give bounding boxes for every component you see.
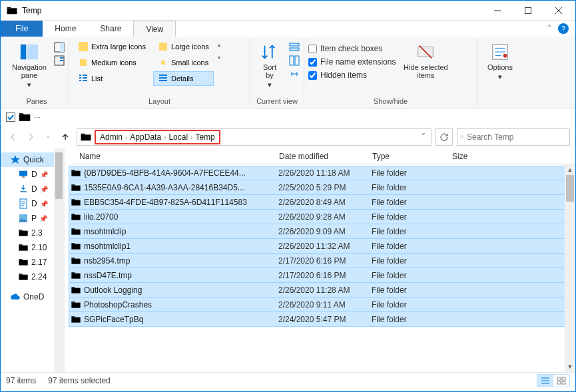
- column-header-name[interactable]: Name: [79, 152, 279, 161]
- file-list: Name Date modified Type Size {0B7D9DE5-4…: [65, 148, 575, 372]
- column-headers: Name Date modified Type Size: [65, 148, 575, 164]
- view-toggle: [537, 374, 570, 387]
- close-button[interactable]: [543, 1, 574, 21]
- svg-rect-11: [79, 42, 88, 51]
- table-row[interactable]: lilo.207002/26/2020 9:28 AMFile folder: [69, 210, 575, 224]
- folder-icon: [71, 314, 81, 325]
- scroll-down-icon[interactable]: ▼: [565, 361, 575, 372]
- layout-details[interactable]: Details: [153, 71, 214, 86]
- size-columns-icon[interactable]: [289, 69, 300, 79]
- sort-by-button[interactable]: Sort by ▾: [254, 39, 285, 89]
- layout-extra-large[interactable]: Extra large icons: [73, 39, 150, 54]
- search-field[interactable]: [457, 128, 570, 146]
- svg-rect-3: [525, 7, 531, 13]
- row-date: 2/26/2020 9:28 AM: [278, 212, 372, 222]
- table-row[interactable]: nssD47E.tmp2/17/2020 6:16 PMFile folder: [69, 268, 575, 283]
- svg-rect-27: [557, 381, 561, 384]
- chevron-right-icon: ›: [123, 134, 130, 141]
- content-area: Quick D📌 D📌 D📌 P📌 2.3 2.10 2.17 2.24 One…: [1, 148, 575, 372]
- breadcrumb-item[interactable]: Admin: [100, 132, 123, 142]
- file-extensions-check[interactable]: File name extensions: [308, 57, 396, 67]
- svg-rect-17: [290, 56, 294, 65]
- table-row[interactable]: 1535E0A9-6CA1-4A39-A3AA-28416B34D5...2/2…: [69, 180, 575, 195]
- scroll-up-icon[interactable]: ▲: [565, 164, 575, 175]
- svg-rect-13: [80, 59, 87, 66]
- tab-home[interactable]: Home: [43, 21, 88, 37]
- minimize-button[interactable]: [482, 1, 513, 21]
- hidden-items-check[interactable]: Hidden items: [308, 70, 396, 81]
- svg-rect-7: [60, 43, 64, 52]
- breadcrumb-item[interactable]: Local: [168, 132, 188, 142]
- statusbar: 97 items 97 items selected: [1, 372, 575, 388]
- row-date: 2/26/2020 11:28 AM: [278, 286, 372, 295]
- qat-overflow-icon[interactable]: ⋯: [34, 114, 41, 121]
- options-button[interactable]: Options ▾: [481, 39, 519, 81]
- thumbnails-view-icon[interactable]: [553, 375, 569, 387]
- column-header-size[interactable]: Size: [452, 152, 492, 161]
- folder-icon: [71, 182, 81, 193]
- table-row[interactable]: nsb2954.tmp2/17/2020 6:16 PMFile folder: [69, 254, 575, 268]
- address-field[interactable]: Admin› AppData› Local› Temp ˅: [77, 128, 432, 146]
- show-hide-label: Show/hide: [308, 96, 473, 106]
- refresh-button[interactable]: [435, 128, 453, 146]
- row-type: File folder: [372, 168, 451, 178]
- window-folder-icon: [6, 5, 18, 17]
- details-view-icon[interactable]: [537, 375, 553, 387]
- preview-pane-icon[interactable]: [54, 42, 65, 53]
- list-scrollbar[interactable]: ▲ ▼: [565, 164, 575, 372]
- ribbon: Navigation pane ▾ Panes Extra large icon…: [1, 37, 575, 108]
- breadcrumb-item[interactable]: AppData: [130, 132, 161, 142]
- hide-selected-button[interactable]: Hide selected items: [400, 39, 451, 79]
- table-row[interactable]: msohtmlclip12/26/2020 11:32 AMFile folde…: [69, 239, 575, 254]
- table-row[interactable]: PhotoshopCrashes2/26/2020 9:11 AMFile fo…: [69, 297, 575, 312]
- qat-folder-icon[interactable]: [18, 110, 31, 124]
- details-pane-icon[interactable]: [54, 55, 65, 66]
- table-row[interactable]: {0B7D9DE5-4BFB-414A-9604-A7FECEE44...2/2…: [69, 166, 575, 180]
- ribbon-group-current-view: Sort by ▾ Current view: [250, 38, 304, 108]
- status-selected-count: 97 items selected: [48, 376, 110, 385]
- chevron-down-icon: ▾: [498, 73, 502, 81]
- layout-scroll-up-icon[interactable]: ▴: [218, 42, 220, 48]
- group-by-icon[interactable]: [289, 42, 300, 53]
- breadcrumb-item[interactable]: Temp: [195, 132, 214, 142]
- search-input[interactable]: [467, 132, 567, 142]
- address-dropdown-icon[interactable]: ˅: [419, 132, 428, 142]
- folder-icon: [71, 270, 81, 281]
- layout-scroll-down-icon[interactable]: ▾: [218, 55, 220, 61]
- layout-small[interactable]: Small icons: [153, 55, 214, 70]
- folder-icon: [71, 241, 81, 252]
- item-checkboxes-check[interactable]: Item check boxes: [308, 43, 396, 54]
- row-name: msohtmlclip1: [84, 242, 278, 251]
- column-header-type[interactable]: Type: [372, 152, 452, 161]
- layout-list[interactable]: List: [73, 71, 150, 86]
- tab-share[interactable]: Share: [88, 21, 133, 37]
- table-row[interactable]: msohtmlclip2/26/2020 9:09 AMFile folder: [69, 224, 575, 239]
- layout-large[interactable]: Large icons: [153, 39, 214, 54]
- folder-icon: [71, 299, 81, 310]
- sidebar-scrollbar[interactable]: [54, 148, 64, 372]
- svg-rect-9: [60, 57, 63, 59]
- layout-medium[interactable]: Medium icons: [73, 55, 150, 70]
- recent-dropdown[interactable]: ▾: [41, 130, 55, 144]
- table-row[interactable]: Outlook Logging2/26/2020 11:28 AMFile fo…: [69, 283, 575, 297]
- svg-point-21: [503, 54, 507, 58]
- row-name: {0B7D9DE5-4BFB-414A-9604-A7FECEE44...: [84, 168, 278, 178]
- select-all-checkbox[interactable]: [6, 112, 15, 122]
- table-row[interactable]: SGPicFaceTpBq2/24/2020 5:47 PMFile folde…: [69, 312, 575, 327]
- table-row[interactable]: EBB5C354-4FDE-4B97-825A-6D411F1145832/26…: [69, 195, 575, 210]
- row-type: File folder: [372, 183, 451, 192]
- column-header-date[interactable]: Date modified: [279, 152, 372, 161]
- tab-file[interactable]: File: [1, 21, 43, 37]
- ribbon-collapse-icon[interactable]: ˄: [547, 24, 551, 33]
- help-icon[interactable]: ?: [558, 23, 569, 34]
- forward-button[interactable]: [23, 130, 38, 144]
- maximize-button[interactable]: [513, 1, 543, 21]
- navigation-pane-button[interactable]: Navigation pane ▾: [9, 39, 50, 89]
- up-button[interactable]: [58, 130, 73, 144]
- back-button[interactable]: [6, 130, 21, 144]
- add-columns-icon[interactable]: [289, 55, 300, 66]
- svg-rect-4: [21, 45, 26, 60]
- tab-view[interactable]: View: [133, 21, 176, 37]
- panes-group-label: Panes: [9, 96, 65, 106]
- options-label: Options: [487, 63, 513, 71]
